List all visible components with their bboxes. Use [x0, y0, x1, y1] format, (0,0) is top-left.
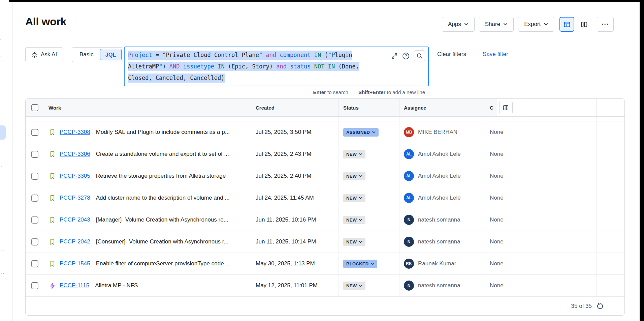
issue-key-link[interactable]: PCCP-3305 [60, 173, 90, 179]
jql-lines: Project = "Private Cloud Control Plane" … [128, 49, 425, 84]
column-header-assignee[interactable]: Assignee [399, 99, 485, 116]
select-all-checkbox[interactable] [31, 104, 38, 111]
chevron-right-icon[interactable]: › [0, 53, 1, 60]
detail-view-button[interactable] [577, 17, 591, 32]
row-checkbox-cell [26, 209, 44, 231]
table-row[interactable]: PCCP-3308 Modify SAL and Plugin to inclu… [26, 121, 624, 143]
table-row[interactable]: PCCP-1545 Enable filter of computeServer… [26, 253, 624, 275]
row-checkbox[interactable] [31, 216, 38, 224]
chevron-down-icon [359, 197, 362, 199]
status-cell: NEW [339, 165, 399, 187]
column-header-category[interactable]: C [485, 99, 597, 116]
work-cell: PCCP-2043 [Manager]- Volume Creation wit… [44, 209, 251, 231]
rail-active-indicator [0, 125, 6, 140]
save-filter-button[interactable]: Save filter [483, 51, 508, 58]
status-label: ASSIGNED [346, 130, 370, 135]
work-cell: PCCP-3278 Add cluster name to the descri… [44, 187, 251, 209]
issue-key-link[interactable]: PCCP-2042 [60, 238, 90, 245]
issue-key-link[interactable]: PCCP-1115 [60, 282, 89, 289]
status-badge[interactable]: NEW [343, 238, 365, 246]
row-checkbox[interactable] [31, 238, 38, 245]
created-cell: May 30, 2025, 1:13 PM [251, 253, 339, 274]
status-label: BLOCKED [346, 261, 368, 266]
refresh-icon[interactable] [596, 302, 604, 310]
export-button-label: Export [524, 21, 541, 28]
share-button[interactable]: Share [479, 17, 514, 32]
work-cell: PCCP-3306 Create a standalone volume and… [44, 143, 251, 165]
row-checkbox[interactable] [31, 151, 38, 158]
status-cell: NEW [339, 231, 399, 253]
clear-filters-button[interactable]: Clear filters [437, 51, 466, 58]
row-checkbox[interactable] [31, 173, 38, 180]
table-row[interactable]: PCCP-3278 Add cluster name to the descri… [26, 187, 624, 209]
partial-scrolled-row [26, 117, 624, 121]
row-checkbox[interactable] [31, 260, 38, 267]
expand-icon[interactable] [391, 53, 398, 59]
chevron-right-icon[interactable]: › [0, 36, 1, 42]
avatar: AL [404, 193, 414, 203]
ask-ai-button[interactable]: Ask AI [25, 47, 63, 62]
issue-summary[interactable]: Alletra MP - NFS [95, 282, 138, 289]
story-icon [49, 238, 56, 245]
issue-summary[interactable]: [Consumer]- Volume Creation with Asynchr… [96, 238, 229, 245]
work-cell: PCCP-2042 [Consumer]- Volume Creation wi… [44, 231, 251, 253]
issue-summary[interactable]: Enable filter of computeServer provision… [96, 260, 230, 267]
column-header-work[interactable]: Work [44, 99, 251, 116]
assignee-name: natesh.somanna [418, 216, 460, 223]
avatar: AL [404, 149, 414, 159]
created-cell: Jul 25, 2025, 3:50 PM [251, 121, 339, 143]
row-checkbox[interactable] [31, 282, 38, 289]
split-panels-icon [581, 21, 588, 28]
search-button[interactable] [414, 50, 425, 61]
configure-columns-button[interactable] [499, 101, 513, 114]
jql-mode-button[interactable]: JQL [100, 49, 122, 60]
table-row[interactable]: PCCP-2042 [Consumer]- Volume Creation wi… [26, 231, 624, 253]
row-checkbox[interactable] [31, 195, 38, 202]
story-icon [49, 195, 56, 202]
more-options-button[interactable]: ··· [597, 17, 614, 32]
row-checkbox[interactable] [31, 129, 38, 136]
table-view-icon [564, 21, 571, 28]
column-header-created[interactable]: Created [251, 99, 339, 116]
basic-mode-button[interactable]: Basic [73, 51, 100, 58]
assignee-name: Amol Ashok Lele [418, 195, 461, 201]
issue-summary[interactable]: Modify SAL and Plugin to include comment… [96, 129, 230, 136]
column-header-status[interactable]: Status [339, 99, 399, 116]
status-badge[interactable]: NEW [343, 216, 365, 224]
search-icon [417, 53, 423, 59]
issue-summary[interactable]: Retrieve the storage properties from All… [96, 173, 226, 179]
enter-key-hint: Enter [313, 89, 326, 95]
status-badge[interactable]: NEW [343, 172, 365, 180]
status-badge[interactable]: NEW [343, 282, 365, 290]
created-value: Jun 11, 2025, 10:14 PM [256, 238, 316, 245]
issue-summary[interactable]: [Manager]- Volume Creation with Asynchro… [96, 216, 228, 223]
issue-summary[interactable]: Add cluster name to the description of v… [96, 195, 230, 201]
category-value: None [490, 195, 504, 201]
issue-key-link[interactable]: PCCP-3278 [60, 195, 90, 201]
issue-key-link[interactable]: PCCP-1545 [60, 260, 90, 267]
export-button[interactable]: Export [518, 17, 554, 32]
row-checkbox-cell [26, 231, 44, 253]
status-badge[interactable]: ASSIGNED [343, 128, 379, 137]
status-badge[interactable]: NEW [343, 150, 365, 158]
search-mode-toggle: Basic JQL [72, 47, 123, 62]
issue-summary[interactable]: Create a standalone volume and export it… [96, 151, 229, 157]
jql-editor[interactable]: Project = "Private Cloud Control Plane" … [124, 47, 429, 86]
status-badge[interactable]: BLOCKED [343, 260, 377, 268]
apps-button[interactable]: Apps [442, 17, 475, 32]
issue-key-link[interactable]: PCCP-3306 [60, 151, 90, 157]
created-value: Jul 25, 2025, 3:50 PM [256, 129, 311, 136]
issue-key-link[interactable]: PCCP-2043 [60, 216, 90, 223]
status-badge[interactable]: NEW [343, 194, 365, 202]
jql-line: Closed, Canceled, Cancelled) [128, 72, 425, 84]
issue-key-link[interactable]: PCCP-3308 [60, 129, 90, 136]
select-all-cell [26, 99, 44, 116]
table-row[interactable]: PCCP-3305 Retrieve the storage propertie… [26, 165, 624, 187]
row-checkbox-cell [26, 143, 44, 165]
table-view-button[interactable] [559, 17, 574, 32]
assignee-name: MIKE BERHAN [418, 129, 457, 136]
table-row[interactable]: PCCP-3306 Create a standalone volume and… [26, 143, 624, 165]
table-row[interactable]: PCCP-2043 [Manager]- Volume Creation wit… [26, 209, 624, 231]
table-row[interactable]: PCCP-1115 Alletra MP - NFS May 12, 2025,… [26, 275, 624, 297]
help-icon[interactable]: ? [402, 52, 410, 60]
